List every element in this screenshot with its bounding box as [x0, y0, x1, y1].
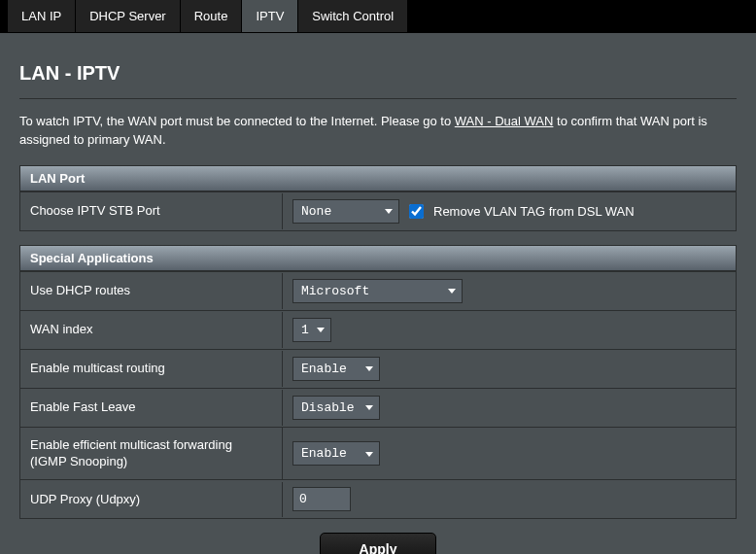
udp-proxy-input[interactable]	[292, 487, 351, 511]
remove-vlan-checkbox[interactable]	[409, 204, 424, 219]
row-igmp: Enable efficient multicast forwarding (I…	[20, 427, 736, 480]
intro-text: To watch IPTV, the WAN port must be conn…	[19, 113, 737, 150]
remove-vlan-label: Remove VLAN TAG from DSL WAN	[433, 204, 635, 219]
udp-proxy-label: UDP Proxy (Udpxy)	[20, 482, 283, 518]
row-fast-leave: Enable Fast Leave Disable	[20, 388, 736, 427]
tab-switch-control[interactable]: Switch Control	[298, 0, 407, 32]
row-multicast-routing: Enable multicast routing Enable	[20, 349, 736, 388]
igmp-label: Enable efficient multicast forwarding (I…	[20, 428, 283, 480]
wan-index-select[interactable]: 1	[292, 318, 331, 342]
multicast-routing-select[interactable]: Enable	[292, 357, 380, 381]
tab-bar: LAN IP DHCP Server Route IPTV Switch Con…	[0, 0, 756, 33]
row-choose-stb: Choose IPTV STB Port None Remove VLAN TA…	[20, 191, 736, 230]
row-udp-proxy: UDP Proxy (Udpxy)	[20, 479, 736, 518]
tab-route[interactable]: Route	[181, 0, 242, 32]
row-dhcp-routes: Use DHCP routes Microsoft	[20, 271, 736, 310]
special-apps-header: Special Applications	[20, 246, 736, 271]
intro-pre: To watch IPTV, the WAN port must be conn…	[19, 114, 455, 128]
wan-index-label: WAN index	[20, 312, 283, 348]
tab-dhcp-server[interactable]: DHCP Server	[76, 0, 180, 32]
page-body: LAN - IPTV To watch IPTV, the WAN port m…	[0, 33, 756, 554]
fast-leave-label: Enable Fast Leave	[20, 390, 283, 426]
tab-lan-ip[interactable]: LAN IP	[8, 0, 75, 32]
special-apps-panel: Special Applications Use DHCP routes Mic…	[19, 245, 737, 520]
choose-stb-select[interactable]: None	[292, 199, 399, 224]
igmp-select[interactable]: Enable	[292, 441, 380, 466]
apply-button[interactable]: Apply	[320, 533, 437, 554]
choose-stb-label: Choose IPTV STB Port	[20, 193, 283, 229]
dhcp-routes-label: Use DHCP routes	[20, 273, 283, 309]
lan-port-panel: LAN Port Choose IPTV STB Port None Remov…	[19, 165, 737, 231]
fast-leave-select[interactable]: Disable	[292, 396, 380, 420]
page-title: LAN - IPTV	[19, 45, 737, 99]
row-wan-index: WAN index 1	[20, 310, 736, 349]
lan-port-header: LAN Port	[20, 166, 736, 191]
dhcp-routes-select[interactable]: Microsoft	[292, 279, 463, 303]
tab-iptv[interactable]: IPTV	[242, 0, 297, 32]
wan-dual-wan-link[interactable]: WAN - Dual WAN	[455, 114, 554, 128]
multicast-routing-label: Enable multicast routing	[20, 351, 283, 387]
